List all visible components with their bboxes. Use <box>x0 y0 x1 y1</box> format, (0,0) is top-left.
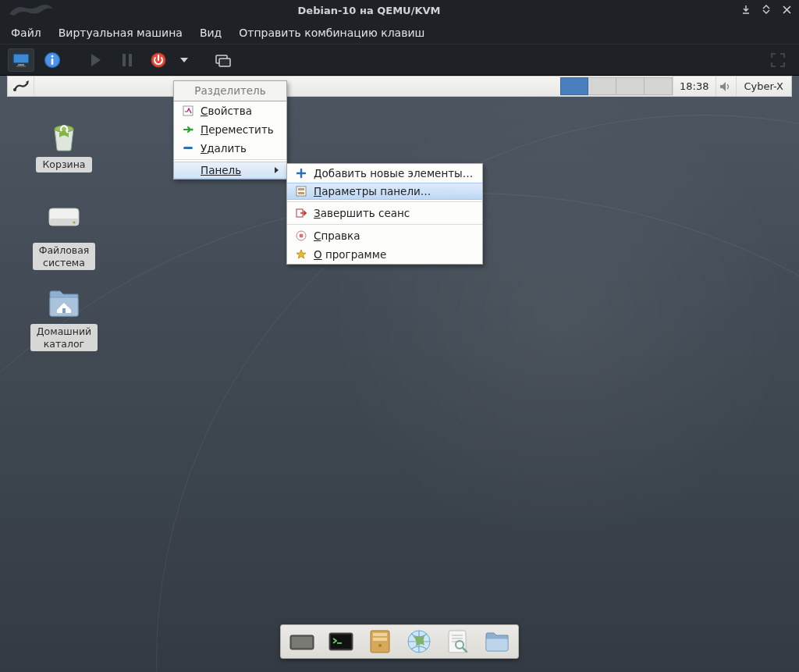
dock-show-desktop[interactable] <box>287 628 317 656</box>
properties-icon <box>182 105 194 117</box>
folder-icon <box>484 631 510 652</box>
submenu-item-panel-preferences[interactable]: Параметры панели… <box>287 183 482 200</box>
shutdown-menu-button[interactable] <box>176 48 192 72</box>
dock-app-finder[interactable] <box>443 628 473 656</box>
window-close-button[interactable] <box>779 3 794 19</box>
user-menu[interactable]: Cyber-X <box>736 76 791 96</box>
submenu-item-help[interactable]: Справка <box>287 226 482 245</box>
menu-send-key[interactable]: Отправить комбинацию клавиш <box>239 27 424 39</box>
kali-dragon-icon <box>8 2 55 19</box>
desktop-icon-trash[interactable]: Корзина <box>29 119 99 172</box>
menu-item-properties[interactable]: Свойства <box>174 101 286 120</box>
svg-rect-39 <box>449 631 466 652</box>
panel-submenu: Добавить новые элементы… Параметры панел… <box>286 163 483 265</box>
submenu-item-logout[interactable]: Завершить сеанс <box>287 204 482 222</box>
menu-separator <box>287 224 482 225</box>
guest-desktop[interactable]: 18:38 Cyber-X Корзина <box>0 76 799 672</box>
plus-icon <box>295 167 307 180</box>
desktop-icon-filesystem[interactable]: Файловая система <box>29 205 99 270</box>
fullscreen-button[interactable] <box>765 48 791 72</box>
pause-button[interactable] <box>114 48 140 72</box>
submenu-item-label: Завершить сеанс <box>314 207 410 219</box>
applications-menu-button[interactable] <box>8 76 34 96</box>
dock-terminal[interactable] <box>326 628 356 656</box>
submenu-item-label: Добавить новые элементы… <box>314 167 473 180</box>
menu-item-remove[interactable]: Удалить <box>174 139 286 158</box>
details-button[interactable] <box>39 48 66 72</box>
svg-rect-26 <box>298 192 304 194</box>
star-icon <box>295 248 307 261</box>
trash-icon <box>48 119 80 152</box>
menu-virtual-machine[interactable]: Виртуальная машина <box>59 27 183 39</box>
host-toolbar <box>0 44 799 76</box>
remove-icon <box>182 142 194 155</box>
menu-view[interactable]: Вид <box>200 27 222 39</box>
logout-icon <box>295 207 307 219</box>
menu-item-panel[interactable]: Панель <box>174 162 286 179</box>
home-folder-icon <box>48 286 80 318</box>
dock-file-manager[interactable] <box>365 628 395 656</box>
menu-file[interactable]: Файл <box>11 27 41 39</box>
svg-rect-3 <box>16 66 26 67</box>
xfce-bottom-dock <box>280 624 519 659</box>
panel-context-menu: Разделитель Свойства Переместить Удалить… <box>173 80 287 180</box>
preferences-icon <box>295 185 307 197</box>
move-icon <box>182 123 194 136</box>
window-title: Debian-10 на QEMU/KVM <box>0 5 738 16</box>
notification-area[interactable] <box>716 76 736 96</box>
console-button[interactable] <box>8 48 34 72</box>
svg-rect-25 <box>298 188 304 190</box>
submenu-item-add-items[interactable]: Добавить новые элементы… <box>287 164 482 183</box>
menu-separator <box>287 201 482 202</box>
menu-item-label: Удалить <box>201 142 247 155</box>
show-desktop-icon <box>289 631 315 652</box>
svg-rect-36 <box>373 638 387 641</box>
window-minimize-button[interactable] <box>738 3 754 19</box>
play-icon <box>91 54 101 66</box>
svg-rect-35 <box>373 633 387 636</box>
submenu-item-about[interactable]: О программе <box>287 245 482 264</box>
workspace-3[interactable] <box>616 77 645 95</box>
workspace-4[interactable] <box>645 77 673 95</box>
applications-icon <box>12 80 30 94</box>
desktop-icon-label: Домашний каталог <box>30 324 98 351</box>
speaker-icon <box>719 81 732 92</box>
window-maximize-button[interactable] <box>758 3 774 19</box>
dock-home-folder[interactable] <box>482 628 512 656</box>
svg-rect-27 <box>297 209 303 217</box>
svg-point-40 <box>456 641 463 649</box>
screenshot-button[interactable] <box>209 48 236 72</box>
pause-icon <box>122 54 133 66</box>
web-browser-icon <box>407 629 431 654</box>
svg-rect-23 <box>183 147 193 149</box>
submenu-item-label: Справка <box>314 229 360 242</box>
dock-web-browser[interactable] <box>404 628 434 656</box>
host-menubar: Файл Виртуальная машина Вид Отправить ко… <box>0 21 799 44</box>
desktop-icon-label: Файловая система <box>33 243 96 270</box>
screenshot-icon <box>214 53 231 67</box>
menu-item-move[interactable]: Переместить <box>174 120 286 139</box>
submenu-arrow-icon <box>275 167 279 173</box>
power-icon <box>151 52 166 68</box>
workspace-1[interactable] <box>560 77 588 95</box>
svg-rect-8 <box>123 54 126 66</box>
svg-rect-20 <box>62 308 66 313</box>
svg-point-14 <box>13 88 16 91</box>
run-button[interactable] <box>83 48 109 72</box>
submenu-item-label: О программе <box>314 248 386 261</box>
submenu-item-label: Параметры панели… <box>314 185 431 197</box>
desktop-icon-home[interactable]: Домашний каталог <box>29 286 99 351</box>
svg-point-18 <box>73 221 75 223</box>
app-finder-icon <box>446 629 470 654</box>
monitor-icon <box>12 53 30 67</box>
svg-rect-2 <box>18 64 24 66</box>
shutdown-button[interactable] <box>145 48 172 72</box>
svg-rect-24 <box>297 187 306 196</box>
workspace-2[interactable] <box>588 77 616 95</box>
svg-point-38 <box>408 631 430 652</box>
svg-point-29 <box>300 234 304 238</box>
menu-item-label: Свойства <box>201 105 252 117</box>
panel-clock[interactable]: 18:38 <box>673 76 715 96</box>
svg-rect-33 <box>331 635 351 649</box>
svg-rect-32 <box>329 633 353 650</box>
